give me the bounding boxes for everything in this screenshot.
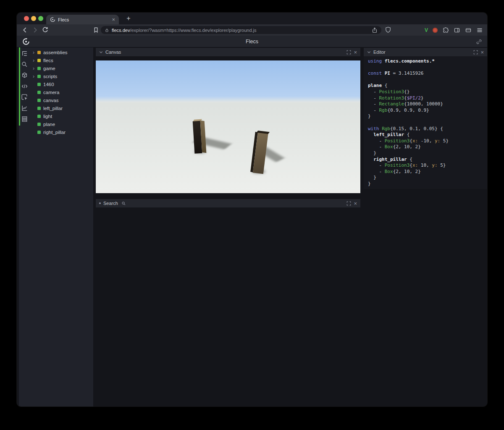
tree-item-flecs[interactable]: ›flecs [33,56,92,64]
chevron-right-icon[interactable]: › [33,74,37,79]
permalink-icon[interactable] [476,39,482,45]
traffic-light-zoom[interactable] [38,16,43,21]
entities-cube-icon[interactable] [21,72,28,79]
chevron-down-icon[interactable] [367,50,371,54]
code-line: plane { [368,83,487,89]
tree-view-icon[interactable] [21,50,28,57]
canvas-3d-viewport[interactable] [96,60,360,193]
stats-chart-icon[interactable] [21,105,28,112]
code-line: - Rgb{0.9, 0.9, 0.9} [368,108,487,114]
code-line: with Rgb{0.15, 0.1, 0.05} { [368,126,487,132]
browser-window: Flecs × + flecs.dev/explorer/?wasm=https… [17,13,487,406]
entity-color-swatch [37,51,41,54]
expand-icon[interactable] [346,201,351,206]
code-line: - Position3{} [368,89,487,95]
entity-color-swatch [37,91,41,94]
code-line: - Box{2, 10, 2} [368,169,487,175]
tree-item-1460[interactable]: 1460 [33,80,92,88]
code-line: } [368,113,487,120]
tree-item-plane[interactable]: plane [33,120,92,128]
new-tab-button[interactable]: + [124,14,133,23]
editor-code[interactable]: using flecs.components.* const PI = 3.14… [364,56,487,189]
collapsed-dot-icon[interactable] [99,202,101,204]
tree-item-label: light [43,114,52,119]
side-panel-icon[interactable] [454,27,460,34]
extensions-puzzle-icon[interactable] [442,27,449,34]
chevron-right-icon[interactable]: › [33,58,37,63]
code-line: const PI = 3.1415926 [368,71,487,77]
url-bar[interactable]: flecs.dev/explorer/?wasm=https://www.fle… [101,26,381,34]
code-icon[interactable] [21,83,28,90]
traffic-light-close[interactable] [24,16,29,21]
tree-item-label: flecs [43,58,53,63]
extension-cluster: V [425,24,483,36]
tree-item-game[interactable]: ›game [33,64,92,72]
expand-icon[interactable] [473,50,478,55]
tree-item-scripts[interactable]: ›scripts [33,72,92,80]
entity-color-swatch [37,123,41,126]
inspector-icon[interactable] [21,94,28,101]
back-icon[interactable] [21,26,29,34]
tree-item-left_pillar[interactable]: left_pillar [33,104,92,112]
tree-item-label: game [43,66,55,71]
tree-item-label: plane [43,122,55,127]
canvas-panel: Canvas × [96,48,360,193]
extension-red-button[interactable] [433,28,438,33]
tree-item-label: assemblies [43,50,68,55]
code-line: - Box{2, 10, 2} [368,144,487,150]
panel-title: Editor [373,50,386,55]
chevron-right-icon[interactable]: › [33,66,37,71]
url-path: /explorer/?wasm=https://www.flecs.dev/ex… [130,28,256,33]
chevron-down-icon[interactable] [99,50,103,54]
code-line [368,77,487,83]
search-panel-header[interactable]: Search × [96,199,360,207]
menu-hamburger-icon[interactable] [476,27,483,34]
left-pillar-mesh [193,120,207,154]
search-icon[interactable] [21,61,28,68]
tree-item-canvas[interactable]: canvas [33,96,92,104]
close-icon[interactable]: × [354,201,357,206]
editor-panel: Editor × using flecs.components.* const … [364,48,487,189]
brave-shield-icon[interactable] [385,26,391,33]
browser-tab[interactable]: Flecs × [46,15,119,24]
explorer-content: ›assemblies›flecs›game›scripts1460camera… [17,47,487,406]
close-icon[interactable]: × [112,16,115,23]
code-line: - Position3{x: -10, y: 5} [368,138,487,144]
forward-icon[interactable] [32,26,39,34]
scene-horizon [96,97,360,102]
accent-bar [19,47,20,126]
tree-item-assemblies[interactable]: ›assemblies [33,48,92,56]
code-line: } [368,181,487,187]
tree-item-light[interactable]: light [33,112,92,120]
tab-bar: Flecs × + [17,13,487,24]
code-line: right_pillar { [368,157,487,163]
code-line: } [368,150,487,157]
reload-icon[interactable] [42,26,49,34]
close-icon[interactable]: × [354,50,357,55]
close-icon[interactable]: × [480,50,484,55]
queries-rows-icon[interactable] [21,115,28,123]
tree-item-label: scripts [43,74,57,79]
expand-icon[interactable] [346,50,351,55]
tab-title: Flecs [58,17,109,22]
tree-item-label: left_pillar [43,106,63,111]
bookmark-icon[interactable] [92,26,100,34]
code-line [368,65,487,71]
code-line: using flecs.components.* [368,58,487,65]
flecs-favicon-icon [50,17,55,22]
extension-v-button[interactable]: V [425,27,428,33]
url-text[interactable]: flecs.dev/explorer/?wasm=https://www.fle… [112,28,369,33]
activity-sidebar [21,50,28,123]
tree-item-label: right_pillar [43,130,66,135]
editor-panel-header[interactable]: Editor × [364,48,487,56]
chevron-right-icon[interactable]: › [33,50,37,55]
entity-color-swatch [37,59,41,62]
canvas-panel-header[interactable]: Canvas × [96,48,360,56]
share-icon[interactable] [372,27,378,33]
tree-item-camera[interactable]: camera [33,88,92,96]
tree-item-right_pillar[interactable]: right_pillar [33,128,92,136]
code-line: left_pillar { [368,132,487,138]
wallet-icon[interactable] [465,27,472,34]
code-line [368,120,487,126]
traffic-light-minimize[interactable] [31,16,36,21]
